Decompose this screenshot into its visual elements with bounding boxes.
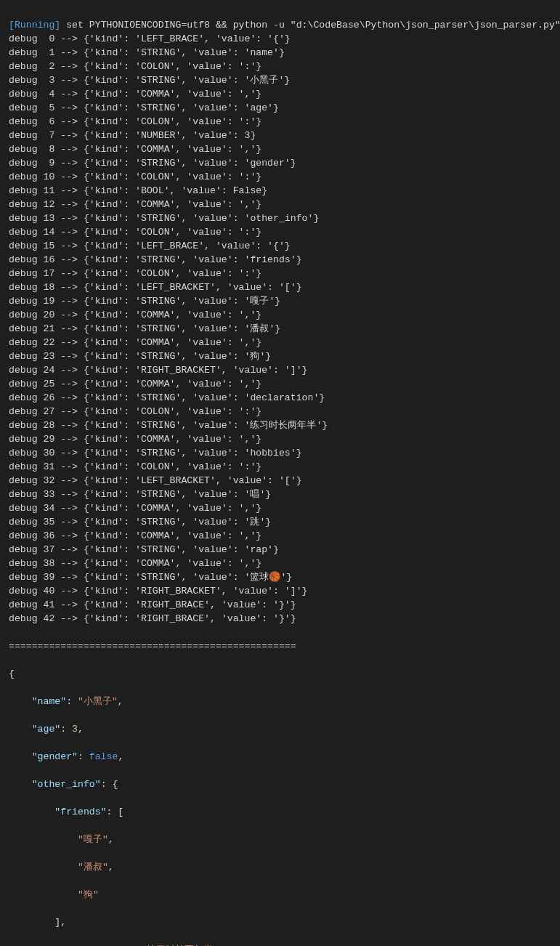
debug-line: debug 1 --> {'kind': 'STRING', 'value': … (9, 46, 551, 60)
debug-token-list: debug 0 --> {'kind': 'LEFT_BRACE', 'valu… (9, 32, 551, 626)
debug-line: debug 29 --> {'kind': 'COMMA', 'value': … (9, 432, 551, 446)
header-line: [Running] set PYTHONIOENCODING=utf8 && p… (9, 18, 551, 32)
debug-line: debug 11 --> {'kind': 'BOOL', 'value': F… (9, 184, 551, 198)
debug-line: debug 23 --> {'kind': 'STRING', 'value':… (9, 349, 551, 363)
running-tag: [Running] (9, 20, 60, 31)
friend-2: 狗 (84, 889, 93, 900)
debug-line: debug 42 --> {'kind': 'RIGHT_BRACE', 'va… (9, 612, 551, 626)
debug-line: debug 40 --> {'kind': 'RIGHT_BRACKET', '… (9, 584, 551, 598)
debug-line: debug 25 --> {'kind': 'COMMA', 'value': … (9, 377, 551, 391)
debug-line: debug 35 --> {'kind': 'STRING', 'value':… (9, 515, 551, 529)
debug-line: debug 3 --> {'kind': 'STRING', 'value': … (9, 73, 551, 87)
debug-line: debug 31 --> {'kind': 'COLON', 'value': … (9, 460, 551, 474)
debug-line: debug 38 --> {'kind': 'COMMA', 'value': … (9, 557, 551, 570)
separator-line: ========================================… (9, 639, 551, 653)
debug-line: debug 26 --> {'kind': 'STRING', 'value':… (9, 391, 551, 405)
debug-line: debug 28 --> {'kind': 'STRING', 'value':… (9, 419, 551, 432)
debug-line: debug 16 --> {'kind': 'STRING', 'value':… (9, 253, 551, 267)
debug-line: debug 13 --> {'kind': 'STRING', 'value':… (9, 211, 551, 225)
debug-line: debug 2 --> {'kind': 'COLON', 'value': '… (9, 60, 551, 73)
debug-line: debug 18 --> {'kind': 'LEFT_BRACKET', 'v… (9, 280, 551, 294)
debug-line: debug 10 --> {'kind': 'COLON', 'value': … (9, 170, 551, 184)
json-name: 小黑子 (84, 696, 112, 707)
debug-line: debug 41 --> {'kind': 'RIGHT_BRACE', 'va… (9, 598, 551, 612)
friend-1: 潘叔 (84, 862, 102, 873)
terminal-output: [Running] set PYTHONIOENCODING=utf8 && p… (0, 0, 560, 946)
debug-line: debug 17 --> {'kind': 'COLON', 'value': … (9, 267, 551, 280)
debug-line: debug 33 --> {'kind': 'STRING', 'value':… (9, 488, 551, 501)
debug-line: debug 15 --> {'kind': 'LEFT_BRACE', 'val… (9, 239, 551, 253)
debug-line: debug 19 --> {'kind': 'STRING', 'value':… (9, 294, 551, 308)
debug-line: debug 0 --> {'kind': 'LEFT_BRACE', 'valu… (9, 32, 551, 46)
friend-0: 嘎子 (84, 834, 102, 845)
command-text: set PYTHONIOENCODING=utf8 && python -u "… (66, 20, 560, 31)
debug-line: debug 36 --> {'kind': 'COMMA', 'value': … (9, 529, 551, 543)
debug-line: debug 34 --> {'kind': 'COMMA', 'value': … (9, 501, 551, 515)
debug-line: debug 20 --> {'kind': 'COMMA', 'value': … (9, 308, 551, 322)
debug-line: debug 4 --> {'kind': 'COMMA', 'value': '… (9, 87, 551, 101)
debug-line: debug 8 --> {'kind': 'COMMA', 'value': '… (9, 142, 551, 156)
json-age: 3 (72, 724, 78, 735)
debug-line: debug 32 --> {'kind': 'LEFT_BRACKET', 'v… (9, 474, 551, 488)
debug-line: debug 21 --> {'kind': 'STRING', 'value':… (9, 322, 551, 336)
debug-line: debug 7 --> {'kind': 'NUMBER', 'value': … (9, 129, 551, 142)
debug-line: debug 22 --> {'kind': 'COMMA', 'value': … (9, 336, 551, 349)
debug-line: debug 39 --> {'kind': 'STRING', 'value':… (9, 570, 551, 584)
debug-line: debug 12 --> {'kind': 'COMMA', 'value': … (9, 198, 551, 211)
debug-line: debug 14 --> {'kind': 'COLON', 'value': … (9, 225, 551, 239)
debug-line: debug 37 --> {'kind': 'STRING', 'value':… (9, 543, 551, 557)
debug-line: debug 27 --> {'kind': 'COLON', 'value': … (9, 405, 551, 419)
debug-line: debug 5 --> {'kind': 'STRING', 'value': … (9, 101, 551, 115)
debug-line: debug 6 --> {'kind': 'COLON', 'value': '… (9, 115, 551, 129)
debug-line: debug 30 --> {'kind': 'STRING', 'value':… (9, 446, 551, 460)
debug-line: debug 24 --> {'kind': 'RIGHT_BRACKET', '… (9, 363, 551, 377)
json-gender: false (89, 751, 118, 762)
debug-line: debug 9 --> {'kind': 'STRING', 'value': … (9, 156, 551, 170)
